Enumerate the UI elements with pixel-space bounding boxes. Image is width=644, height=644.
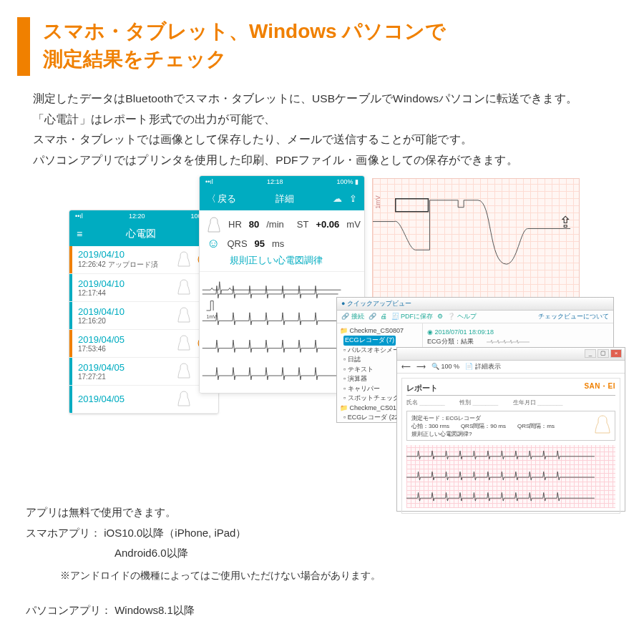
record-date: 2019/04/05 [78,334,177,345]
about-link[interactable]: チェックビューについて [538,312,609,321]
footer-line: アプリは無料で使用できます。 [26,502,381,523]
share-button[interactable]: 🔗 [369,313,376,320]
st-unit: mV [346,219,361,230]
next-page-button[interactable]: ⟶ [416,363,426,370]
back-label: 戻る [218,192,236,205]
qrs-unit: ms [272,238,284,249]
st-label: ST [297,219,309,230]
report-ecg-grid [406,445,615,508]
footer-note: ※アンドロイドの機種によってはご使用いただけない場合があります。 [26,567,381,585]
field-gender: 性別 [459,399,498,406]
record-time: 12:26:42 アップロード済 [78,260,177,270]
close-button[interactable]: × [610,349,622,358]
intro-line: パソコンアプリではプリンタを使用した印刷、PDFファイル・画像としての保存ができ… [33,150,618,171]
ecg-list-item[interactable]: 2019/04/0517:53:46 ☹ [69,330,218,358]
ecg-list-item[interactable]: 2019/04/05 [69,386,218,414]
rhythm-message: 規則正しい心電図調律 [200,254,364,271]
torso-icon [593,414,612,436]
battery-icon: 100% ▮ [336,178,358,185]
intro-line: 測定したデータはBluetoothでスマホ・タブレットに、USBケーブルでWin… [33,89,618,109]
torso-icon [177,390,192,409]
box-codes: 心拍：300 rms QRS間隔：90 ms QRS間隔：ms [411,422,610,430]
hr-unit: /min [266,219,284,230]
brand-logo: SAN・EI [584,381,615,391]
mv-axis-label: 1mV [374,195,381,208]
statusbar: ••ıl 12:18 100% ▮ [200,176,364,187]
record-date: 2019/04/10 [78,306,177,317]
pdf-button[interactable]: 🧾 PDFに保存 [391,312,434,321]
window-titlebar: ● クイックアップビュー [337,298,613,311]
report-page: SAN・EI レポート 氏名 性別 生年月日 測定モード：ECGレコーダ 心拍：… [401,378,620,514]
ecg-list-item[interactable]: 2019/04/0517:27:21 ☺ [69,358,218,386]
ecg-list-item[interactable]: 2019/04/1012:16:20 ☺ [69,302,218,330]
hr-value: 80 [249,219,259,230]
menu-icon[interactable]: ≡ [77,228,82,240]
prev-page-button[interactable]: ⟵ [401,363,411,370]
cloud-icon[interactable]: ☁ [333,193,342,204]
detail-header: 〈戻る 詳細 ☁ ⇪ [200,187,364,210]
clock: 12:18 [267,178,283,185]
detail-title: 詳細 [275,192,294,205]
min-button[interactable]: _ [585,349,596,358]
intro-paragraph: 測定したデータはBluetoothでスマホ・タブレットに、USBケーブルでWin… [0,76,644,171]
ecg-list-item[interactable]: 2019/04/1012:17:44 ☺ [69,274,218,302]
entry-line: ECG分類：結果 [427,337,609,347]
clock: 12:20 [129,213,145,220]
connect-button[interactable]: 🔗 接続 [341,312,364,321]
zoom-control[interactable]: 🔍 100 % [431,363,459,370]
footer-text: アプリは無料で使用できます。 スマホアプリ： iOS10.0以降（iPhone,… [26,502,381,621]
record-time: 17:53:46 [78,345,177,353]
tree-item-selected[interactable]: ECGレコーダ (7) [343,336,396,346]
signal-icon: ••ıl [205,178,213,185]
ecg-list-item[interactable]: 2019/04/1012:26:42 アップロード済 ☹ [69,246,218,274]
header-title: 心電図 [126,228,156,240]
ecg-trace: 1mV [373,179,579,307]
ecg-paper-strip: ⇪ 1mV [372,178,580,307]
mv-scale-label: 1mV [207,314,217,319]
toolbar: 🔗 接続 🔗 🖨 🧾 PDFに保存 ⚙ ❔ ヘルプ チェックビューについて [337,311,613,323]
statusbar: ••ıl 12:20 100% ▮ [69,210,218,222]
detail-toggle[interactable]: 📄 詳細表示 [465,362,501,371]
help-button[interactable]: ❔ ヘルプ [447,312,477,321]
share-icon[interactable]: ⇪ [349,193,357,204]
record-date: 2019/04/05 [78,362,177,373]
box-mode: 測定モード：ECGレコーダ [411,414,610,422]
record-date: 2019/04/10 [78,249,177,260]
record-time: 12:16:20 [78,317,177,325]
torso-icon [177,362,192,381]
page-title-1: スマホ・タブレット、Windows パソコンで [43,17,446,45]
torso-icon [177,306,192,325]
windows-app-report: _ ▢ × ⟵ ⟶ 🔍 100 % 📄 詳細表示 SAN・EI レポート 氏名 … [396,347,625,512]
field-name: 氏名 [406,399,445,406]
hr-label: HR [228,219,242,230]
smile-icon: ☺ [207,236,220,251]
footer-line: Android6.0以降 [26,543,381,564]
page-title-2: 測定結果をチェック [43,45,446,73]
tree-root: Checkme_CS0807 [350,327,404,334]
back-button[interactable]: 〈戻る [207,192,236,205]
app-header: ≡ 心電図 👤 [69,222,218,246]
qrs-label: QRS [227,238,247,249]
window-titlebar: _ ▢ × [397,348,625,361]
torso-icon [177,334,192,353]
torso-icon [207,216,221,233]
measurement-box: 測定モード：ECGレコーダ 心拍：300 rms QRS間隔：90 ms QRS… [406,411,615,441]
record-date: 2019/04/10 [78,278,177,289]
title-accent-bar [17,17,30,76]
quick-view-label: ● クイックアップビュー [341,299,411,308]
field-dob: 生年月日 [513,399,563,406]
footer-line: パソコンアプリ： Windows8.1以降 [26,600,381,621]
footer-line: スマホアプリ： iOS10.0以降（iPhone, iPad） [26,523,381,544]
record-time: 17:27:21 [78,373,177,381]
record-time: 12:17:44 [78,289,177,297]
print-button[interactable]: 🖨 [381,313,387,320]
max-button[interactable]: ▢ [597,349,609,358]
torso-icon [177,278,192,297]
phone-screenshot-list: ••ıl 12:20 100% ▮ ≡ 心電図 👤 2019/04/1012:2… [69,210,219,414]
signal-icon: ••ıl [75,213,83,220]
intro-line: スマホ・タブレットでは画像として保存したり、メールで送信することが可能です。 [33,130,618,150]
settings-button[interactable]: ⚙ [437,313,443,320]
report-toolbar: ⟵ ⟶ 🔍 100 % 📄 詳細表示 [397,361,625,374]
record-date: 2019/04/05 [78,394,177,404]
qrs-value: 95 [255,238,265,249]
